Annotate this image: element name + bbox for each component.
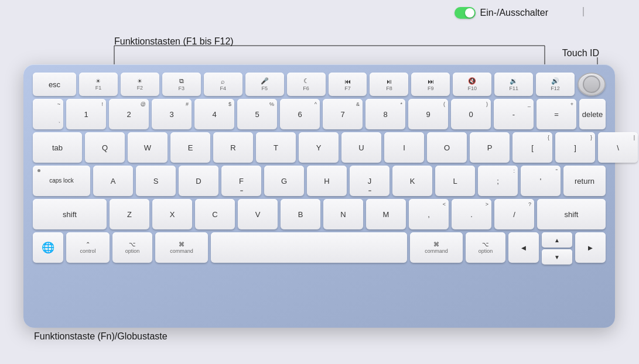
key-option-right[interactable]: ⌥ option [466,232,505,263]
key-q[interactable]: Q [85,132,125,163]
key-f7[interactable]: ⏮ F7 [329,73,367,96]
key-f1[interactable]: ☀ F1 [79,73,118,96]
key-j[interactable]: J [350,166,389,196]
key-w[interactable]: W [128,132,168,163]
key-4[interactable]: $ 4 [194,99,234,129]
key-b-label: B [298,211,303,218]
key-z-label: Z [127,211,132,218]
key-e[interactable]: E [170,132,210,163]
key-k-label: K [410,177,415,185]
key-apostrophe[interactable]: " ' [521,166,561,196]
key-semicolon[interactable]: : ; [478,166,518,196]
key-command-left[interactable]: ⌘ command [155,232,208,263]
key-option-left[interactable]: ⌥ option [112,232,152,263]
key-a[interactable]: A [93,166,133,196]
key-esc[interactable]: esc [33,73,76,96]
key-t[interactable]: T [256,132,296,163]
key-arrow-right[interactable]: ► [575,232,606,263]
key-arrow-left[interactable]: ◄ [508,232,539,263]
key-minus[interactable]: _ - [494,99,534,129]
key-2[interactable]: @ 2 [109,99,149,129]
key-f3[interactable]: ⧉ F3 [162,73,201,96]
key-6[interactable]: ^ 6 [280,99,320,129]
key-f5[interactable]: 🎤 F5 [245,73,284,96]
key-rbracket-main: ] [574,144,576,152]
key-shift-right[interactable]: shift [537,199,606,229]
key-shift-left-label: shift [63,211,77,218]
key-touchid[interactable] [578,73,606,96]
key-m[interactable]: M [366,199,406,229]
fn-globe-label: Funktionstaste (Fn)/Globustaste [34,331,168,342]
key-p[interactable]: P [470,132,510,163]
key-k[interactable]: K [392,166,432,196]
key-equals[interactable]: + = [537,99,576,129]
key-r[interactable]: R [213,132,253,163]
key-3-main: 3 [169,111,173,118]
key-backtick[interactable]: ~ ` [33,99,63,129]
key-7[interactable]: & 7 [323,99,363,129]
key-command-right-label: command [425,248,448,254]
key-l[interactable]: L [435,166,475,196]
key-lbracket[interactable]: { [ [512,132,552,163]
key-f9-label: F9 [428,85,434,91]
key-f12-icon: 🔊 [551,77,559,85]
key-arrow-down[interactable]: ▼ [542,249,572,265]
caps-indicator [37,169,40,172]
key-6-main: 6 [298,111,302,118]
key-f[interactable]: F [221,166,261,196]
key-s[interactable]: S [136,166,176,196]
key-3[interactable]: # 3 [152,99,192,129]
key-f10[interactable]: 🔇 F10 [453,73,491,96]
key-i[interactable]: I [384,132,424,163]
key-1[interactable]: ! 1 [66,99,106,129]
key-rbracket[interactable]: } ] [555,132,595,163]
key-f12[interactable]: 🔊 F12 [536,73,575,96]
key-capslock[interactable]: caps lock [33,166,90,196]
key-u[interactable]: U [341,132,381,163]
key-f4[interactable]: ⌕ F4 [204,73,242,96]
key-arrow-right-symbol: ► [587,244,594,252]
key-tab[interactable]: tab [33,132,82,163]
key-w-label: W [144,144,151,152]
key-slash[interactable]: ? / [494,199,534,229]
key-f1-icon: ☀ [95,78,101,84]
key-5[interactable]: % 5 [237,99,277,129]
key-x[interactable]: X [152,199,192,229]
key-space[interactable] [211,232,407,263]
key-d[interactable]: D [179,166,218,196]
key-arrow-up[interactable]: ▲ [542,232,572,248]
key-h[interactable]: H [307,166,347,196]
key-f6[interactable]: ☾ F6 [287,73,326,96]
asdf-row: caps lock A S D F G H J K L : [33,166,606,196]
key-minus-top: _ [528,101,531,107]
key-backslash[interactable]: | \ [598,132,638,163]
key-comma[interactable]: < , [409,199,449,229]
key-globe[interactable]: 🌐 [33,232,63,263]
key-v[interactable]: V [238,199,278,229]
key-0-top: ) [486,101,488,107]
key-command-right[interactable]: ⌘ command [410,232,463,263]
key-option-left-icon: ⌥ [129,241,136,248]
key-f9[interactable]: ⏭ F9 [411,73,450,96]
key-option-right-icon: ⌥ [482,241,489,248]
key-period[interactable]: > . [452,199,491,229]
key-n[interactable]: N [323,199,363,229]
key-g[interactable]: G [264,166,304,196]
key-y[interactable]: Y [299,132,339,163]
key-return[interactable]: return [563,166,606,196]
key-control[interactable]: ⌃ control [66,232,110,263]
key-o[interactable]: O [427,132,467,163]
key-9[interactable]: ( 9 [408,99,448,129]
key-f11[interactable]: 🔉 F11 [494,73,533,96]
key-delete[interactable]: delete [579,99,606,129]
key-f2[interactable]: ☀ F2 [121,73,159,96]
key-c[interactable]: C [195,199,235,229]
key-0[interactable]: ) 0 [451,99,491,129]
key-z[interactable]: Z [110,199,149,229]
key-f8[interactable]: ⏯ F8 [370,73,408,96]
key-i-label: I [403,144,405,152]
toggle-switch[interactable] [455,7,476,19]
key-8[interactable]: * 8 [365,99,405,129]
key-shift-left[interactable]: shift [33,199,107,229]
key-b[interactable]: B [281,199,320,229]
